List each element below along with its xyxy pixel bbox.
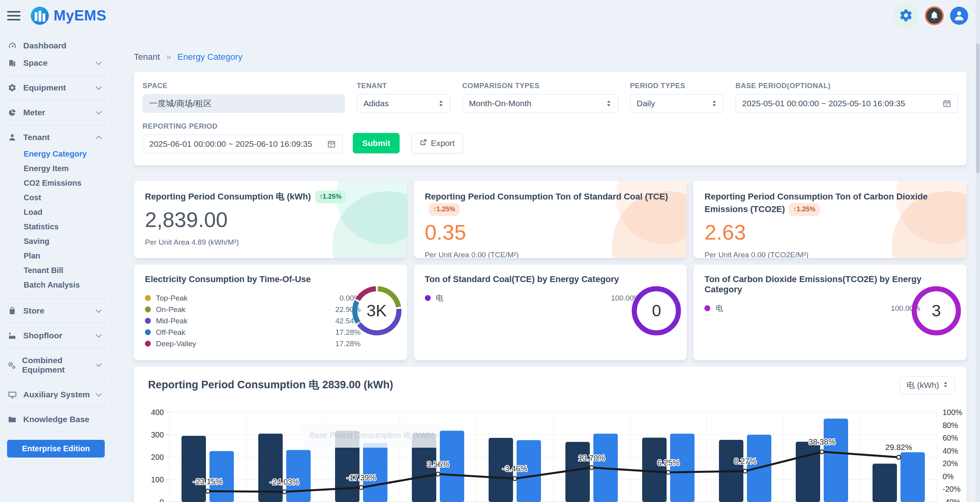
sidebar-item-cost[interactable]: Cost	[5, 190, 107, 205]
sidebar: Dashboard Space Equipment Meter Tenant E…	[0, 31, 111, 502]
sidebar-item-saving[interactable]: Saving	[5, 234, 107, 249]
scrollbar-thumb[interactable]	[976, 43, 980, 173]
bar-base-period	[796, 442, 820, 502]
sidebar-item-load[interactable]: Load	[5, 205, 107, 220]
kpi-value: 2,839.00	[145, 207, 396, 232]
line-marker	[590, 466, 594, 470]
sidebar-item-dashboard[interactable]: Dashboard	[5, 37, 107, 54]
unit-selector[interactable]: 电 (kWh)	[900, 376, 955, 394]
kpi-card-tce: Reporting Period Consumption Ton of Stan…	[414, 181, 687, 258]
sidebar-item-label: Knowledge Base	[23, 415, 89, 424]
sidebar-item-knowledge-base[interactable]: Knowledge Base	[5, 411, 107, 428]
space-label: SPACE	[143, 82, 345, 90]
bar-base-period	[873, 464, 897, 502]
chart-svg: 4003002001000100%80%60%40%20%0%-20%-40%2…	[134, 400, 965, 502]
breadcrumb-current[interactable]: Energy Category	[178, 52, 243, 62]
sidebar-item-statistics[interactable]: Statistics	[5, 220, 107, 234]
base-period-input[interactable]: 2025-05-01 00:00:00 ~ 2025-05-10 16:09:3…	[735, 94, 958, 113]
svg-text:-40%: -40%	[943, 498, 961, 502]
bag-icon	[7, 306, 17, 315]
svg-text:80%: 80%	[943, 421, 958, 430]
breadcrumb-parent[interactable]: Tenant	[134, 52, 160, 62]
sidebar-item-label: Auxiliary System	[23, 390, 90, 399]
enterprise-edition-button[interactable]: Enterprise Edition	[7, 440, 105, 458]
user-avatar[interactable]	[950, 7, 968, 25]
legend-dot	[145, 329, 151, 335]
submit-button[interactable]: Submit	[353, 133, 400, 153]
chevron-down-icon	[96, 83, 102, 90]
notifications-button[interactable]	[925, 6, 944, 25]
hamburger-menu-icon[interactable]	[7, 9, 20, 23]
comparison-types-label: COMPARISON TYPES	[462, 82, 618, 90]
app-logo[interactable]: MyEMS	[31, 7, 106, 25]
kpi-title: Reporting Period Consumption Ton of Stan…	[425, 190, 676, 216]
gear-icon	[899, 8, 913, 24]
factory-icon	[7, 331, 17, 340]
kpi-title: Reporting Period Consumption Ton of Carb…	[704, 190, 956, 216]
sidebar-item-co2-emissions[interactable]: CO2 Emissions	[5, 176, 107, 190]
building-icon	[7, 59, 17, 67]
comparison-types-select[interactable]: Month-On-Month	[462, 94, 618, 113]
export-button[interactable]: Export	[411, 133, 463, 153]
sidebar-item-combined-equipment[interactable]: Combined Equipment	[5, 352, 107, 378]
period-types-select[interactable]: Daily	[630, 94, 724, 113]
sidebar-item-store[interactable]: Store	[5, 302, 107, 319]
legend-item: 电100.00%	[425, 292, 641, 304]
sidebar-item-plan[interactable]: Plan	[5, 249, 107, 263]
legend-item: On-Peak22.90%	[145, 304, 361, 315]
settings-button[interactable]	[893, 3, 919, 28]
legend-item: Mid-Peak42.54%	[145, 315, 361, 327]
sidebar-divider	[6, 125, 106, 125]
legend-item: Top-Peak0.00%	[145, 292, 361, 304]
line-value-label: -23.15%	[193, 477, 222, 486]
kpi-value: 0.35	[425, 220, 676, 244]
kpi-change-badge: ↑1.25%	[315, 190, 346, 203]
sidebar-item-space[interactable]: Space	[5, 54, 107, 72]
bar-reporting-period	[670, 434, 695, 502]
sidebar-divider	[6, 432, 106, 432]
sidebar-divider	[6, 348, 106, 348]
base-period-label: BASE PERIOD(OPTIONAL)	[735, 82, 958, 90]
bar-base-period	[182, 436, 206, 502]
pie-icon	[7, 108, 17, 117]
legend-label: Top-Peak	[156, 294, 187, 303]
sidebar-item-energy-item[interactable]: Energy Item	[5, 161, 107, 176]
gears-icon	[7, 361, 16, 370]
space-value: 一度城/商场/租区	[149, 98, 212, 109]
legend-label: 电	[436, 293, 443, 303]
sidebar-item-energy-category[interactable]: Energy Category	[5, 147, 107, 161]
bell-icon	[930, 11, 939, 21]
line-value-label: 29.82%	[886, 443, 912, 452]
svg-text:0: 0	[159, 498, 164, 502]
kpi-card-electricity: Reporting Period Consumption 电 (kWh)↑1.2…	[134, 181, 407, 258]
kpi-subtext: Per Unit Area 0.00 (TCE/M²)	[425, 251, 676, 258]
sidebar-item-tenant[interactable]: Tenant	[5, 129, 107, 146]
svg-text:60%: 60%	[943, 434, 958, 442]
tenant-submenu: Energy Category Energy Item CO2 Emission…	[5, 146, 107, 295]
legend-dot	[425, 295, 431, 301]
select-arrows-icon	[707, 100, 717, 107]
sidebar-item-meter[interactable]: Meter	[5, 104, 107, 121]
kpi-title-text: Reporting Period Consumption 电 (kWh)	[145, 192, 311, 201]
combo-bar-line-chart[interactable]: 4003002001000100%80%60%40%20%0%-20%-40%2…	[134, 400, 965, 502]
legend-dot	[145, 341, 151, 347]
select-arrows-icon	[943, 380, 948, 390]
bar-reporting-period	[209, 451, 234, 502]
sidebar-item-batch-analysis[interactable]: Batch Analysis	[5, 278, 107, 292]
sidebar-item-shopfloor[interactable]: Shopfloor	[5, 327, 107, 344]
reporting-period-value: 2025-06-01 00:00:00 ~ 2025-06-10 16:09:3…	[149, 139, 312, 149]
reporting-period-input[interactable]: 2025-06-01 00:00:00 ~ 2025-06-10 16:09:3…	[143, 135, 343, 153]
legend-label: 电	[715, 303, 723, 314]
bar-reporting-period	[286, 450, 311, 502]
donut-title: Electricity Consumption by Time-Of-Use	[145, 274, 396, 284]
chevron-down-icon	[96, 331, 102, 338]
tenant-select[interactable]: Adidas	[357, 94, 450, 113]
legend-label: Deep-Valley	[156, 340, 196, 348]
sidebar-item-equipment[interactable]: Equipment	[5, 79, 107, 96]
unit-selector-value: 电 (kWh)	[906, 380, 939, 391]
space-input[interactable]: 一度城/商场/租区	[143, 94, 345, 113]
sidebar-item-tenant-bill[interactable]: Tenant Bill	[5, 263, 107, 278]
chart-title: Reporting Period Consumption 电 2839.00 (…	[148, 378, 393, 392]
sidebar-item-auxiliary-system[interactable]: Auxiliary System	[5, 386, 107, 403]
bar-base-period	[565, 442, 590, 502]
